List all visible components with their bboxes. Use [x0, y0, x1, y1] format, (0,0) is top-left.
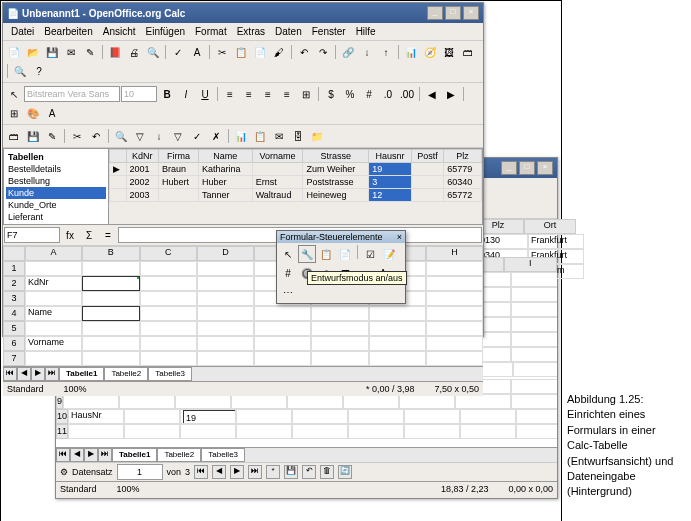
menu-format[interactable]: Format: [191, 25, 231, 38]
control-props-icon[interactable]: 📋: [317, 245, 335, 263]
db-filter-icon[interactable]: ▽: [131, 127, 149, 145]
rec-first[interactable]: ⏮: [194, 465, 208, 479]
input-hausnr[interactable]: [183, 410, 236, 424]
tab-sheet3[interactable]: Tabelle3: [201, 448, 245, 462]
float-close-icon[interactable]: ×: [397, 232, 402, 242]
tab-prev[interactable]: ◀: [17, 367, 31, 381]
font-size-input[interactable]: [121, 86, 157, 102]
rec-undo[interactable]: ↶: [302, 465, 316, 479]
more-icon[interactable]: ⋯: [279, 283, 297, 301]
db-sort-icon[interactable]: ↓: [150, 127, 168, 145]
help-icon[interactable]: ?: [30, 62, 48, 80]
checkbox-icon[interactable]: ☑: [361, 245, 379, 263]
db-edit-icon[interactable]: ✎: [43, 127, 61, 145]
underline-icon[interactable]: U: [196, 85, 214, 103]
col-strasse[interactable]: Strasse: [303, 150, 369, 163]
colhead-h[interactable]: H: [426, 246, 483, 261]
db-data-icon[interactable]: 📊: [232, 127, 250, 145]
record-number[interactable]: [117, 464, 163, 480]
tab-sheet2[interactable]: Tabelle2: [157, 448, 201, 462]
eq-icon[interactable]: =: [99, 226, 117, 244]
bgcolor-icon[interactable]: 🎨: [24, 104, 42, 122]
minimize-button[interactable]: _: [427, 6, 443, 20]
db-new-icon[interactable]: 🗃: [5, 127, 23, 145]
align-left-icon[interactable]: ≡: [221, 85, 239, 103]
menu-hilfe[interactable]: Hilfe: [352, 25, 380, 38]
tab-next[interactable]: ▶: [31, 367, 45, 381]
border-icon[interactable]: ⊞: [5, 104, 23, 122]
col-postf[interactable]: Postf: [411, 150, 443, 163]
redo-icon[interactable]: ↷: [314, 43, 332, 61]
sum-icon[interactable]: Σ: [80, 226, 98, 244]
dec-dec-icon[interactable]: .00: [398, 85, 416, 103]
currency-icon[interactable]: $: [322, 85, 340, 103]
rec-save[interactable]: 💾: [284, 465, 298, 479]
rec-refresh[interactable]: 🔄: [338, 465, 352, 479]
tab-next[interactable]: ▶: [84, 448, 98, 462]
colhead-i[interactable]: I: [504, 257, 557, 272]
number-icon[interactable]: #: [360, 85, 378, 103]
cut-icon[interactable]: ✂: [213, 43, 231, 61]
corner[interactable]: [3, 246, 25, 261]
nav-icon[interactable]: 🧭: [421, 43, 439, 61]
colhead-c[interactable]: C: [140, 246, 197, 261]
design-mode-icon[interactable]: 🔧: [298, 245, 316, 263]
minimize-button[interactable]: _: [501, 161, 517, 175]
tab-prev[interactable]: ◀: [70, 448, 84, 462]
align-justify-icon[interactable]: ≡: [278, 85, 296, 103]
rec-next[interactable]: ▶: [230, 465, 244, 479]
maximize-button[interactable]: □: [519, 161, 535, 175]
db-src-icon[interactable]: 🗄: [289, 127, 307, 145]
rec-last[interactable]: ⏭: [248, 465, 262, 479]
align-center-icon[interactable]: ≡: [240, 85, 258, 103]
bold-icon[interactable]: B: [158, 85, 176, 103]
fx-icon[interactable]: fx: [61, 226, 79, 244]
chart-icon[interactable]: 📊: [402, 43, 420, 61]
rec-prev[interactable]: ◀: [212, 465, 226, 479]
db-expl-icon[interactable]: 📁: [308, 127, 326, 145]
format-icon[interactable]: #: [279, 264, 297, 282]
indent-dec-icon[interactable]: ◀: [423, 85, 441, 103]
align-right-icon[interactable]: ≡: [259, 85, 277, 103]
tab-first[interactable]: ⏮: [3, 367, 17, 381]
rec-new[interactable]: *: [266, 465, 280, 479]
new-icon[interactable]: 📄: [5, 43, 23, 61]
mail-icon[interactable]: ✉: [62, 43, 80, 61]
preview-icon[interactable]: 🔍: [144, 43, 162, 61]
copy-icon[interactable]: 📋: [232, 43, 250, 61]
menu-datei[interactable]: Datei: [7, 25, 38, 38]
db-form-icon[interactable]: 📋: [251, 127, 269, 145]
db-remove-icon[interactable]: ✗: [207, 127, 225, 145]
db-mail-icon[interactable]: ✉: [270, 127, 288, 145]
colhead-b[interactable]: B: [82, 246, 139, 261]
db-cut-icon[interactable]: ✂: [68, 127, 86, 145]
col-kdnr[interactable]: KdNr: [126, 150, 158, 163]
menu-ansicht[interactable]: Ansicht: [99, 25, 140, 38]
menu-extras[interactable]: Extras: [233, 25, 269, 38]
merge-icon[interactable]: ⊞: [297, 85, 315, 103]
menu-fenster[interactable]: Fenster: [308, 25, 350, 38]
save-icon[interactable]: 💾: [43, 43, 61, 61]
name-box[interactable]: [4, 227, 60, 243]
undo-icon[interactable]: ↶: [295, 43, 313, 61]
paste-icon[interactable]: 📄: [251, 43, 269, 61]
col-plz[interactable]: Plz: [444, 150, 482, 163]
menu-bearbeiten[interactable]: Bearbeiten: [40, 25, 96, 38]
form-props-icon[interactable]: 📄: [336, 245, 354, 263]
edit-icon[interactable]: ✎: [81, 43, 99, 61]
brush-icon[interactable]: 🖌: [270, 43, 288, 61]
dec-inc-icon[interactable]: .0: [379, 85, 397, 103]
link-icon[interactable]: 🔗: [339, 43, 357, 61]
tab-first[interactable]: ⏮: [56, 448, 70, 462]
sort-desc-icon[interactable]: ↑: [377, 43, 395, 61]
tab-sheet1[interactable]: Tabelle1: [59, 367, 104, 381]
tab-sheet1[interactable]: Tabelle1: [112, 448, 157, 462]
col-hausnr[interactable]: Hausnr: [369, 150, 411, 163]
col-firma[interactable]: Firma: [158, 150, 198, 163]
auto-icon[interactable]: A: [188, 43, 206, 61]
db-find-icon[interactable]: 🔍: [112, 127, 130, 145]
db-icon[interactable]: 🗃: [459, 43, 477, 61]
col-vorname[interactable]: Vorname: [252, 150, 303, 163]
textbox-icon[interactable]: 📝: [380, 245, 398, 263]
db-undo-icon[interactable]: ↶: [87, 127, 105, 145]
